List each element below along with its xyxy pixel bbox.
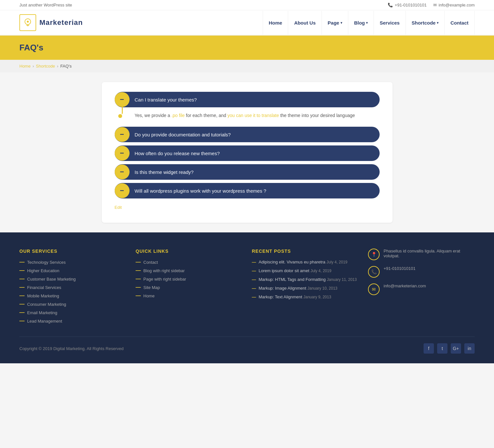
main-nav: Home About Us Page ▾ Blog ▾ Services Sho… <box>263 11 475 35</box>
faq-question-text-3: How often do you release new themes? <box>135 151 373 156</box>
footer-service-5[interactable]: —Mobile Marketing <box>19 293 126 298</box>
logo-text: Marketerian <box>39 18 83 27</box>
footer-service-7[interactable]: —Email Marketing <box>19 310 126 315</box>
recent-post-2[interactable]: — Lorem ipsum dolor sit amet July 4, 201… <box>252 268 359 273</box>
faq-answer-1: Yes, we provide a .po file for each them… <box>115 107 380 123</box>
footer-recentposts-col: RECENT POSTS — Adipiscing elit. Vivamus … <box>252 249 359 327</box>
footer-phone: 📞 +91-0101010101 <box>368 266 475 278</box>
breadcrumb-current: FAQ's <box>60 64 72 69</box>
footer-bottom: Copyright © 2019 Digital Marketing. All … <box>19 336 475 354</box>
recent-post-1[interactable]: — Adipiscing elit. Vivamus eu pharetra J… <box>252 260 359 264</box>
faq-question-5[interactable]: − Will all wordpress plugins work with y… <box>115 183 380 198</box>
footer-service-3[interactable]: —Customer Base Marketing <box>19 276 126 282</box>
faq-question-text-5: Will all wordpress plugins work with you… <box>135 188 373 194</box>
footer-service-6[interactable]: —Consumer Marketing <box>19 302 126 307</box>
faq-item-5: − Will all wordpress plugins work with y… <box>115 183 380 198</box>
nav-services[interactable]: Services <box>374 11 406 35</box>
breadcrumb-sep-1: › <box>33 64 34 69</box>
topbar: Just another WordPress site 📞 +91-010101… <box>0 0 494 10</box>
social-twitter[interactable]: t <box>437 343 447 354</box>
recent-post-3[interactable]: — Markup: HTML Tags and Formatting Janua… <box>252 277 359 282</box>
location-icon: 📍 <box>368 249 380 260</box>
nav-home[interactable]: Home <box>263 11 289 35</box>
breadcrumb-shortcode[interactable]: Shortcode <box>36 64 55 69</box>
logo[interactable]: Marketerian <box>19 10 83 35</box>
edit-link[interactable]: Edit <box>115 205 380 210</box>
footer: OUR SERVICES —Technology Services —Highe… <box>0 232 494 363</box>
email-icon: ✉ <box>433 3 437 7</box>
svg-point-2 <box>27 21 29 23</box>
faq-question-text-4: Is this theme widget ready? <box>135 169 373 175</box>
page-title: FAQ's <box>19 43 475 53</box>
faq-toggle-1[interactable]: − <box>115 92 130 107</box>
breadcrumb-sep-2: › <box>57 64 58 69</box>
faq-item-2: − Do you provide documentation and tutor… <box>115 127 380 142</box>
copyright-text: Copyright © 2019 Digital Marketing. All … <box>19 346 123 351</box>
faq-question-4[interactable]: − Is this theme widget ready? <box>115 164 380 180</box>
footer-contact-col: 📍 Phasellus id convallis ligula. Aliquam… <box>368 249 475 327</box>
footer-email: ✉ info@marketerian.com <box>368 283 475 295</box>
faq-toggle-4[interactable]: − <box>115 165 130 179</box>
site-description: Just another WordPress site <box>19 3 72 7</box>
footer-quicklink-5[interactable]: —Home <box>136 293 242 298</box>
faq-question-text-2: Do you provide documentation and tutoria… <box>135 132 373 137</box>
faq-item-3: − How often do you release new themes? <box>115 145 380 161</box>
breadcrumb-home[interactable]: Home <box>19 64 31 69</box>
main-content: − Can I translate your themes? Yes, we p… <box>0 72 494 232</box>
footer-service-4[interactable]: —Financial Services <box>19 285 126 290</box>
faq-item-4: − Is this theme widget ready? <box>115 164 380 180</box>
footer-quicklink-2[interactable]: —Blog with right sidebar <box>136 268 242 273</box>
footer-services-col: OUR SERVICES —Technology Services —Highe… <box>19 249 126 327</box>
breadcrumb: Home › Shortcode › FAQ's <box>0 60 494 72</box>
faq-question-1[interactable]: − Can I translate your themes? <box>115 92 380 107</box>
recent-post-5[interactable]: — Markup: Text Alignment January 9, 2013 <box>252 294 359 299</box>
mail-icon: ✉ <box>368 283 380 295</box>
footer-service-1[interactable]: —Technology Services <box>19 260 126 265</box>
social-facebook[interactable]: f <box>424 343 434 354</box>
faq-container: − Can I translate your themes? Yes, we p… <box>102 82 393 223</box>
nav-about[interactable]: About Us <box>288 11 322 35</box>
social-googleplus[interactable]: G+ <box>451 343 461 354</box>
footer-quicklink-4[interactable]: —Site Map <box>136 285 242 290</box>
footer-service-8[interactable]: —Lead Management <box>19 318 126 324</box>
page-banner: FAQ's <box>0 36 494 60</box>
nav-blog[interactable]: Blog ▾ <box>348 11 374 35</box>
phone-icon: 📞 <box>368 266 380 278</box>
faq-question-3[interactable]: − How often do you release new themes? <box>115 145 380 161</box>
nav-shortcode[interactable]: Shortcode ▾ <box>406 11 445 35</box>
faq-item-1: − Can I translate your themes? Yes, we p… <box>115 92 380 123</box>
faq-toggle-3[interactable]: − <box>115 146 130 161</box>
footer-quicklinks-title: QUICK LINKS <box>136 249 242 254</box>
topbar-email: ✉ info@example.com <box>433 3 475 7</box>
phone-number: +91-0101010101 <box>395 3 427 7</box>
footer-quicklink-3[interactable]: —Page with right sidebar <box>136 276 242 282</box>
recent-post-4[interactable]: — Markup: Image Alignment January 10, 20… <box>252 286 359 291</box>
footer-address: 📍 Phasellus id convallis ligula. Aliquam… <box>368 249 475 260</box>
nav-contact[interactable]: Contact <box>445 11 475 35</box>
footer-grid: OUR SERVICES —Technology Services —Highe… <box>19 249 475 327</box>
phone-icon: 📞 <box>388 3 393 7</box>
email-address: info@example.com <box>439 3 475 7</box>
faq-question-text-1: Can I translate your themes? <box>135 97 373 102</box>
footer-quicklinks-col: QUICK LINKS —Contact —Blog with right si… <box>136 249 242 327</box>
faq-toggle-5[interactable]: − <box>115 183 130 198</box>
footer-services-title: OUR SERVICES <box>19 249 126 254</box>
faq-question-2[interactable]: − Do you provide documentation and tutor… <box>115 127 380 142</box>
footer-quicklink-1[interactable]: —Contact <box>136 260 242 265</box>
social-links: f t G+ in <box>424 343 475 354</box>
nav-page[interactable]: Page ▾ <box>322 11 348 35</box>
social-linkedin[interactable]: in <box>464 343 475 354</box>
topbar-phone: 📞 +91-0101010101 <box>388 3 427 7</box>
footer-service-2[interactable]: —Higher Education <box>19 268 126 273</box>
topbar-contacts: 📞 +91-0101010101 ✉ info@example.com <box>388 3 475 7</box>
footer-recentposts-title: RECENT POSTS <box>252 249 359 254</box>
header: Marketerian Home About Us Page ▾ Blog ▾ … <box>0 10 494 36</box>
logo-icon <box>19 14 36 31</box>
faq-toggle-2[interactable]: − <box>115 127 130 142</box>
